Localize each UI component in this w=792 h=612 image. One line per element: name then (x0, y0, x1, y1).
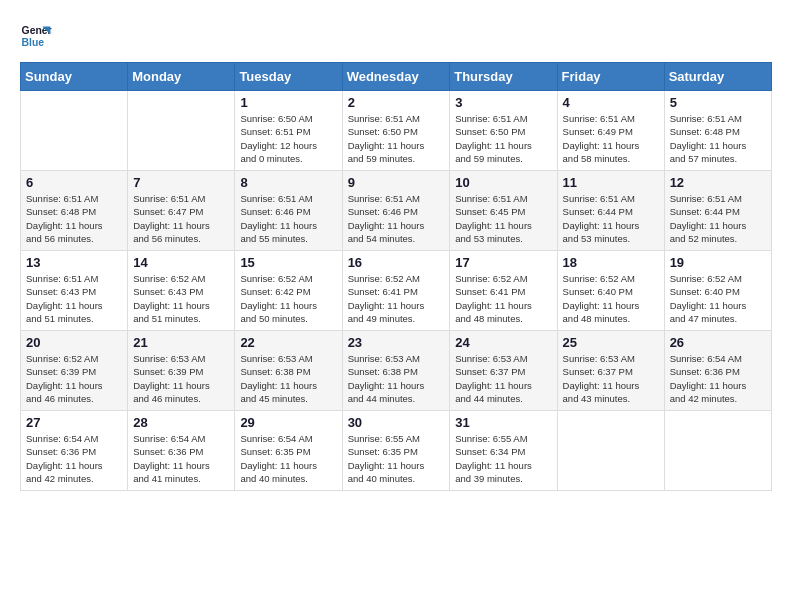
day-info: Sunrise: 6:51 AM Sunset: 6:49 PM Dayligh… (563, 112, 659, 165)
day-number: 7 (133, 175, 229, 190)
day-info: Sunrise: 6:52 AM Sunset: 6:40 PM Dayligh… (563, 272, 659, 325)
day-number: 19 (670, 255, 766, 270)
calendar-cell: 26Sunrise: 6:54 AM Sunset: 6:36 PM Dayli… (664, 331, 771, 411)
day-info: Sunrise: 6:54 AM Sunset: 6:36 PM Dayligh… (670, 352, 766, 405)
calendar-cell: 15Sunrise: 6:52 AM Sunset: 6:42 PM Dayli… (235, 251, 342, 331)
day-info: Sunrise: 6:53 AM Sunset: 6:37 PM Dayligh… (563, 352, 659, 405)
calendar-cell: 2Sunrise: 6:51 AM Sunset: 6:50 PM Daylig… (342, 91, 450, 171)
calendar-cell: 4Sunrise: 6:51 AM Sunset: 6:49 PM Daylig… (557, 91, 664, 171)
calendar-cell: 10Sunrise: 6:51 AM Sunset: 6:45 PM Dayli… (450, 171, 557, 251)
day-info: Sunrise: 6:52 AM Sunset: 6:43 PM Dayligh… (133, 272, 229, 325)
weekday-header-tuesday: Tuesday (235, 63, 342, 91)
calendar-cell: 16Sunrise: 6:52 AM Sunset: 6:41 PM Dayli… (342, 251, 450, 331)
day-info: Sunrise: 6:51 AM Sunset: 6:50 PM Dayligh… (348, 112, 445, 165)
calendar-cell: 20Sunrise: 6:52 AM Sunset: 6:39 PM Dayli… (21, 331, 128, 411)
calendar-cell: 14Sunrise: 6:52 AM Sunset: 6:43 PM Dayli… (128, 251, 235, 331)
calendar-cell: 9Sunrise: 6:51 AM Sunset: 6:46 PM Daylig… (342, 171, 450, 251)
calendar-cell: 18Sunrise: 6:52 AM Sunset: 6:40 PM Dayli… (557, 251, 664, 331)
day-number: 6 (26, 175, 122, 190)
day-info: Sunrise: 6:54 AM Sunset: 6:36 PM Dayligh… (26, 432, 122, 485)
day-number: 16 (348, 255, 445, 270)
day-number: 4 (563, 95, 659, 110)
weekday-header-wednesday: Wednesday (342, 63, 450, 91)
calendar-cell: 29Sunrise: 6:54 AM Sunset: 6:35 PM Dayli… (235, 411, 342, 491)
day-number: 30 (348, 415, 445, 430)
calendar-cell: 25Sunrise: 6:53 AM Sunset: 6:37 PM Dayli… (557, 331, 664, 411)
page-header: General Blue (20, 20, 772, 52)
calendar-cell: 22Sunrise: 6:53 AM Sunset: 6:38 PM Dayli… (235, 331, 342, 411)
calendar-week-row: 27Sunrise: 6:54 AM Sunset: 6:36 PM Dayli… (21, 411, 772, 491)
day-info: Sunrise: 6:52 AM Sunset: 6:41 PM Dayligh… (455, 272, 551, 325)
calendar-cell (557, 411, 664, 491)
calendar-cell: 24Sunrise: 6:53 AM Sunset: 6:37 PM Dayli… (450, 331, 557, 411)
day-info: Sunrise: 6:51 AM Sunset: 6:44 PM Dayligh… (670, 192, 766, 245)
day-number: 2 (348, 95, 445, 110)
calendar-cell: 3Sunrise: 6:51 AM Sunset: 6:50 PM Daylig… (450, 91, 557, 171)
calendar-cell: 28Sunrise: 6:54 AM Sunset: 6:36 PM Dayli… (128, 411, 235, 491)
day-info: Sunrise: 6:51 AM Sunset: 6:48 PM Dayligh… (670, 112, 766, 165)
calendar-cell: 5Sunrise: 6:51 AM Sunset: 6:48 PM Daylig… (664, 91, 771, 171)
day-number: 23 (348, 335, 445, 350)
day-number: 24 (455, 335, 551, 350)
day-number: 15 (240, 255, 336, 270)
calendar-cell: 19Sunrise: 6:52 AM Sunset: 6:40 PM Dayli… (664, 251, 771, 331)
day-info: Sunrise: 6:54 AM Sunset: 6:35 PM Dayligh… (240, 432, 336, 485)
day-number: 10 (455, 175, 551, 190)
day-number: 22 (240, 335, 336, 350)
calendar-cell: 30Sunrise: 6:55 AM Sunset: 6:35 PM Dayli… (342, 411, 450, 491)
day-number: 20 (26, 335, 122, 350)
day-info: Sunrise: 6:52 AM Sunset: 6:39 PM Dayligh… (26, 352, 122, 405)
day-info: Sunrise: 6:53 AM Sunset: 6:38 PM Dayligh… (240, 352, 336, 405)
day-number: 8 (240, 175, 336, 190)
day-info: Sunrise: 6:53 AM Sunset: 6:39 PM Dayligh… (133, 352, 229, 405)
calendar-cell: 21Sunrise: 6:53 AM Sunset: 6:39 PM Dayli… (128, 331, 235, 411)
day-number: 18 (563, 255, 659, 270)
logo: General Blue (20, 20, 52, 52)
day-info: Sunrise: 6:52 AM Sunset: 6:41 PM Dayligh… (348, 272, 445, 325)
svg-text:Blue: Blue (22, 37, 45, 48)
calendar-week-row: 6Sunrise: 6:51 AM Sunset: 6:48 PM Daylig… (21, 171, 772, 251)
calendar-cell: 6Sunrise: 6:51 AM Sunset: 6:48 PM Daylig… (21, 171, 128, 251)
weekday-header-monday: Monday (128, 63, 235, 91)
day-info: Sunrise: 6:51 AM Sunset: 6:46 PM Dayligh… (348, 192, 445, 245)
calendar-cell: 11Sunrise: 6:51 AM Sunset: 6:44 PM Dayli… (557, 171, 664, 251)
calendar-table: SundayMondayTuesdayWednesdayThursdayFrid… (20, 62, 772, 491)
day-number: 17 (455, 255, 551, 270)
day-info: Sunrise: 6:55 AM Sunset: 6:34 PM Dayligh… (455, 432, 551, 485)
day-number: 11 (563, 175, 659, 190)
day-info: Sunrise: 6:51 AM Sunset: 6:45 PM Dayligh… (455, 192, 551, 245)
day-number: 28 (133, 415, 229, 430)
calendar-week-row: 20Sunrise: 6:52 AM Sunset: 6:39 PM Dayli… (21, 331, 772, 411)
calendar-cell: 8Sunrise: 6:51 AM Sunset: 6:46 PM Daylig… (235, 171, 342, 251)
day-number: 3 (455, 95, 551, 110)
day-info: Sunrise: 6:53 AM Sunset: 6:37 PM Dayligh… (455, 352, 551, 405)
day-number: 31 (455, 415, 551, 430)
calendar-cell: 31Sunrise: 6:55 AM Sunset: 6:34 PM Dayli… (450, 411, 557, 491)
day-info: Sunrise: 6:51 AM Sunset: 6:48 PM Dayligh… (26, 192, 122, 245)
calendar-cell: 7Sunrise: 6:51 AM Sunset: 6:47 PM Daylig… (128, 171, 235, 251)
day-info: Sunrise: 6:50 AM Sunset: 6:51 PM Dayligh… (240, 112, 336, 165)
calendar-cell: 13Sunrise: 6:51 AM Sunset: 6:43 PM Dayli… (21, 251, 128, 331)
weekday-header-row: SundayMondayTuesdayWednesdayThursdayFrid… (21, 63, 772, 91)
calendar-cell: 12Sunrise: 6:51 AM Sunset: 6:44 PM Dayli… (664, 171, 771, 251)
day-number: 14 (133, 255, 229, 270)
calendar-cell (664, 411, 771, 491)
calendar-cell: 27Sunrise: 6:54 AM Sunset: 6:36 PM Dayli… (21, 411, 128, 491)
day-number: 21 (133, 335, 229, 350)
calendar-cell (128, 91, 235, 171)
day-number: 25 (563, 335, 659, 350)
day-info: Sunrise: 6:51 AM Sunset: 6:44 PM Dayligh… (563, 192, 659, 245)
calendar-cell (21, 91, 128, 171)
day-info: Sunrise: 6:51 AM Sunset: 6:46 PM Dayligh… (240, 192, 336, 245)
day-info: Sunrise: 6:55 AM Sunset: 6:35 PM Dayligh… (348, 432, 445, 485)
day-info: Sunrise: 6:51 AM Sunset: 6:50 PM Dayligh… (455, 112, 551, 165)
calendar-week-row: 13Sunrise: 6:51 AM Sunset: 6:43 PM Dayli… (21, 251, 772, 331)
weekday-header-friday: Friday (557, 63, 664, 91)
day-number: 13 (26, 255, 122, 270)
day-number: 27 (26, 415, 122, 430)
calendar-cell: 1Sunrise: 6:50 AM Sunset: 6:51 PM Daylig… (235, 91, 342, 171)
day-number: 26 (670, 335, 766, 350)
calendar-week-row: 1Sunrise: 6:50 AM Sunset: 6:51 PM Daylig… (21, 91, 772, 171)
day-number: 5 (670, 95, 766, 110)
calendar-cell: 23Sunrise: 6:53 AM Sunset: 6:38 PM Dayli… (342, 331, 450, 411)
